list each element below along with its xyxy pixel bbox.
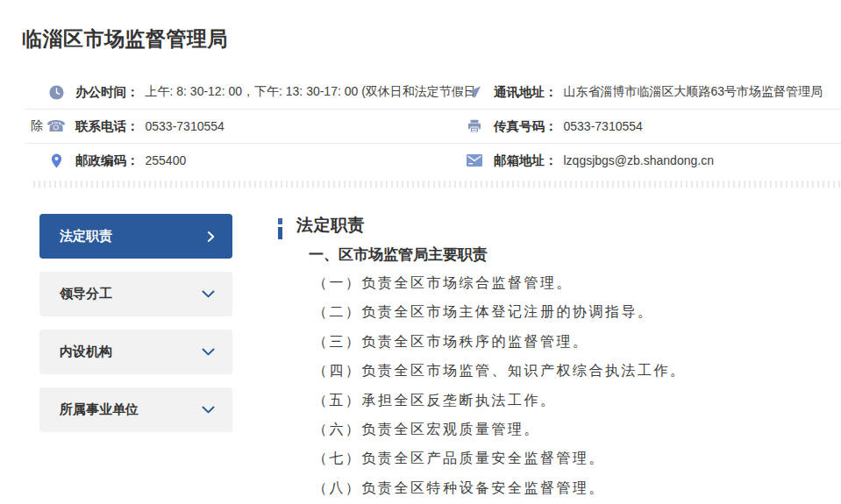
fax-label: 传真号码： <box>494 118 558 135</box>
page-title: 临淄区市场监督管理局 <box>22 25 228 53</box>
postal-code-value: 255400 <box>146 153 187 167</box>
sidebar-nav: 法定职责 领导分工 内设机构 所属事业单位 <box>39 214 232 445</box>
duty-list-item: （一）负责全区市场综合监督管理。 <box>313 268 841 297</box>
duty-list-item: （七）负责全区产品质量安全监督管理。 <box>313 444 841 472</box>
contact-row: 除 ☎ 联系电话： 0533-7310554 传真号码： 0533-731055… <box>24 110 841 144</box>
chevron-right-icon <box>207 231 215 243</box>
sidebar-item-label: 内设机构 <box>60 344 112 360</box>
map-pin-icon <box>48 153 64 168</box>
email-label: 邮箱地址： <box>494 153 558 169</box>
fax-value: 0533-7310554 <box>564 119 643 133</box>
contact-info-block: 办公时间： 上午: 8: 30-12: 00，下午: 13: 30-17: 00… <box>24 75 841 177</box>
office-hours-label: 办公时间： <box>75 84 139 101</box>
address-label: 通讯地址： <box>494 84 558 101</box>
office-hours-overflow-text: 除 <box>31 118 43 134</box>
address-cell: 通讯地址： 山东省淄博市临淄区大顺路63号市场监督管理局 <box>467 84 841 101</box>
duty-list-item: （三）负责全区市场秩序的监督管理。 <box>313 327 841 356</box>
sidebar-item-leadership-division[interactable]: 领导分工 <box>39 272 232 316</box>
phone-label: 联系电话： <box>75 118 139 135</box>
dashed-divider <box>33 181 840 188</box>
duty-list: （一）负责全区市场综合监督管理。 （二）负责全区市场主体登记注册的协调指导。 （… <box>313 268 841 502</box>
address-value: 山东省淄博市临淄区大顺路63号市场监督管理局 <box>564 84 823 100</box>
sidebar-item-internal-departments[interactable]: 内设机构 <box>39 330 232 374</box>
fax-cell: 传真号码： 0533-7310554 <box>467 118 841 135</box>
email-cell: 邮箱地址： lzqgsjbgs@zb.shandong.cn <box>467 153 841 169</box>
heading-marker-bar <box>278 218 282 239</box>
chevron-down-icon <box>202 348 215 356</box>
printer-icon <box>467 118 482 134</box>
postal-code-label: 邮政编码： <box>75 153 139 169</box>
envelope-icon <box>467 153 482 168</box>
duty-list-item: （八）负责全区特种设备安全监督管理。 <box>313 473 841 502</box>
sidebar-item-label: 所属事业单位 <box>60 401 139 418</box>
sidebar-item-legal-duties[interactable]: 法定职责 <box>39 214 232 259</box>
sidebar-item-label: 法定职责 <box>60 228 112 245</box>
send-plane-icon <box>467 84 482 100</box>
section-title: 一、区市场监管局主要职责 <box>309 245 841 265</box>
sidebar-item-affiliated-institutions[interactable]: 所属事业单位 <box>39 387 232 432</box>
sidebar-item-label: 领导分工 <box>60 286 112 302</box>
phone-icon: ☎ <box>48 118 64 134</box>
contact-row: 邮政编码： 255400 邮箱地址： lzqgsjbgs@zb.shandong… <box>24 144 841 177</box>
contact-row: 办公时间： 上午: 8: 30-12: 00，下午: 13: 30-17: 00… <box>24 75 841 110</box>
content-heading: 法定职责 <box>296 213 841 237</box>
duty-list-item: （五）承担全区反垄断执法工作。 <box>313 386 841 415</box>
phone-value: 0533-7310554 <box>146 119 225 133</box>
chevron-down-icon <box>202 406 215 414</box>
clock-icon <box>48 84 64 100</box>
office-hours-cell: 办公时间： 上午: 8: 30-12: 00，下午: 13: 30-17: 00… <box>24 84 467 101</box>
duty-list-item: （二）负责全区市场主体登记注册的协调指导。 <box>313 297 841 326</box>
email-value: lzqgsjbgs@zb.shandong.cn <box>564 153 714 167</box>
chevron-down-icon <box>202 290 215 298</box>
main-content: 法定职责 一、区市场监管局主要职责 （一）负责全区市场综合监督管理。 （二）负责… <box>278 213 841 502</box>
phone-cell: 除 ☎ 联系电话： 0533-7310554 <box>24 118 467 135</box>
duty-list-item: （四）负责全区市场监管、知识产权综合执法工作。 <box>313 356 841 385</box>
office-hours-value: 上午: 8: 30-12: 00，下午: 13: 30-17: 00 (双休日和… <box>146 84 476 100</box>
duty-list-item: （六）负责全区宏观质量管理。 <box>313 415 841 444</box>
postal-code-cell: 邮政编码： 255400 <box>24 153 467 169</box>
